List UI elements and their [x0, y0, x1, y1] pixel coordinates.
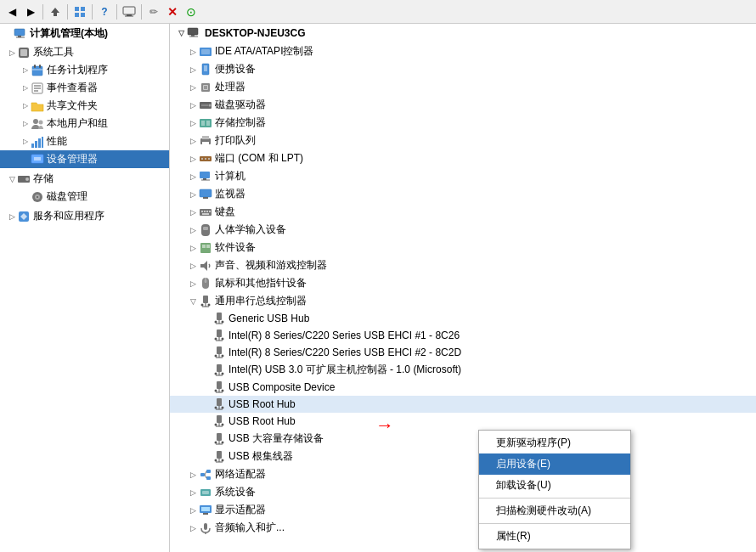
delete-button[interactable]: ✕ — [164, 3, 181, 20]
ide-arrow: ▷ — [187, 47, 199, 57]
net-arrow: ▷ — [187, 470, 199, 480]
right-print[interactable]: ▷ 打印队列 — [170, 132, 756, 149]
ghub-label: Generic USB Hub — [228, 313, 309, 324]
svg-line-130 — [205, 471, 206, 475]
back-button[interactable]: ◀ — [3, 3, 20, 20]
disp-label: 显示适配器 — [215, 503, 266, 517]
left-root-item[interactable]: 计算机管理(本地) — [0, 24, 169, 43]
perf-label: 性能 — [47, 134, 67, 149]
net-label: 网络适配器 — [215, 467, 266, 482]
svg-rect-61 — [203, 197, 208, 199]
help-button[interactable]: ? — [96, 3, 113, 20]
context-scan-hardware[interactable]: 扫描检测硬件改动(A) — [479, 500, 630, 521]
up-button[interactable] — [47, 3, 64, 20]
right-intel-ehci1[interactable]: Intel(R) 8 Series/C220 Series USB EHCI #… — [170, 327, 756, 344]
left-local-users[interactable]: ▷ 本地用户和组 — [0, 115, 169, 132]
svg-point-85 — [215, 321, 217, 324]
svg-point-111 — [222, 407, 224, 409]
svg-point-90 — [215, 338, 217, 341]
right-monitor[interactable]: ▷ 监视器 — [170, 185, 756, 203]
right-mouse[interactable]: ▷ 鼠标和其他指针设备 — [170, 274, 756, 292]
left-storage[interactable]: ▽ 存储 — [0, 170, 169, 188]
svg-rect-11 — [20, 49, 27, 56]
right-intel-ehci2[interactable]: Intel(R) 8 Series/C220 Series USB EHCI #… — [170, 344, 756, 361]
right-portable[interactable]: ▷ 便携设备 — [170, 60, 756, 78]
context-properties[interactable]: 属性(R) — [479, 526, 630, 547]
right-keyboard[interactable]: ▷ 键盘 — [170, 203, 756, 221]
svg-rect-92 — [217, 346, 222, 354]
composite-label: USB Composite Device — [228, 381, 335, 393]
right-audio[interactable]: ▷ 音频输入和扩... — [170, 519, 756, 537]
svg-rect-102 — [217, 381, 222, 389]
ghub-icon — [212, 312, 226, 325]
right-network[interactable]: ▷ 网络适配器 — [170, 465, 756, 483]
left-device-manager[interactable]: 设备管理器 — [0, 150, 169, 168]
system-tools-icon — [17, 46, 31, 59]
snd-icon — [199, 259, 212, 273]
mass-label: USB 大容量存储设备 — [228, 431, 324, 446]
storage-ctrl-arrow: ▷ — [187, 118, 199, 128]
right-usb-mass[interactable]: USB 大容量存储设备 — [170, 430, 756, 448]
hid-label: 人体学输入设备 — [215, 222, 286, 237]
right-computer[interactable]: ▷ 计算机 — [170, 167, 756, 185]
right-hid[interactable]: ▷ 人体学输入设备 — [170, 221, 756, 239]
sysdev-icon — [199, 486, 212, 499]
comp-icon — [199, 170, 212, 183]
devmgr-label: 设备管理器 — [47, 152, 98, 166]
print-arrow: ▷ — [187, 136, 199, 146]
right-root-item[interactable]: ▽ DESKTOP-NJEU3CG — [170, 24, 756, 42]
svg-rect-22 — [31, 144, 34, 148]
right-usb-root-hub2[interactable]: USB Root Hub — [170, 413, 756, 430]
context-enable-device[interactable]: 启用设备(E) → — [479, 453, 630, 475]
toolbar-sep-5 — [141, 4, 142, 20]
left-services[interactable]: ▷ 服务和应用程序 — [0, 207, 169, 225]
right-generic-hub[interactable]: Generic USB Hub — [170, 310, 756, 327]
rh1-icon — [212, 397, 226, 411]
view-button[interactable] — [71, 3, 88, 20]
context-sep-1 — [479, 498, 630, 498]
right-processor[interactable]: ▷ 处理器 — [170, 78, 756, 96]
svg-point-101 — [222, 372, 224, 375]
right-software[interactable]: ▷ 软件设备 — [170, 239, 756, 256]
storage-ctrl-icon — [199, 116, 212, 130]
ide-icon — [199, 45, 212, 59]
right-disk[interactable]: ▷ 磁盘驱动器 — [170, 96, 756, 114]
right-usb-root-hub3[interactable]: USB 根集线器 — [170, 448, 756, 465]
right-usb-root-hub1[interactable]: USB Root Hub — [170, 396, 756, 413]
left-shared-folders[interactable]: ▷ 共享文件夹 — [0, 97, 169, 115]
disk-arrow — [20, 192, 31, 202]
right-usb-root[interactable]: ▽ 通用串行总线控制器 — [170, 292, 756, 310]
toolbar: ◀ ▶ ? ✏ ✕ ⊙ — [0, 0, 756, 24]
forward-button[interactable]: ▶ — [22, 3, 39, 20]
event-arrow: ▷ — [20, 83, 31, 93]
right-intel-usb3[interactable]: Intel(R) USB 3.0 可扩展主机控制器 - 1.0 (Microso… — [170, 361, 756, 379]
usb-root-arrow: ▽ — [187, 296, 199, 307]
svg-rect-112 — [217, 415, 222, 423]
svg-rect-72 — [206, 245, 210, 248]
left-disk-mgmt[interactable]: 磁盘管理 — [0, 188, 169, 206]
right-system-dev[interactable]: ▷ 系统设备 — [170, 483, 756, 501]
left-performance[interactable]: ▷ 性能 — [0, 132, 169, 150]
left-task-scheduler[interactable]: ▷ 任务计划程序 — [0, 61, 169, 79]
right-sound[interactable]: ▷ 声音、视频和游戏控制器 — [170, 256, 756, 274]
right-usb-composite[interactable]: USB Composite Device — [170, 379, 756, 396]
right-storage-ctrl[interactable]: ▷ 存储控制器 — [170, 114, 756, 132]
storage-arrow: ▽ — [7, 174, 17, 184]
context-uninstall-device[interactable]: 卸载设备(U) — [479, 475, 630, 496]
svg-point-115 — [215, 424, 217, 426]
left-system-tools[interactable]: ▷ 系统工具 — [0, 43, 169, 61]
right-com[interactable]: ▷ 端口 (COM 和 LPT) — [170, 149, 756, 167]
composite-arrow — [200, 382, 212, 392]
ok-button[interactable]: ⊙ — [183, 3, 200, 20]
svg-rect-40 — [204, 65, 207, 71]
context-update-driver[interactable]: 更新驱动程序(P) — [479, 432, 630, 453]
right-ide[interactable]: ▷ IDE ATA/ATAPI控制器 — [170, 42, 756, 60]
portable-label: 便携设备 — [215, 62, 256, 76]
left-event-viewer[interactable]: ▷ 事件查看器 — [0, 79, 169, 97]
right-display[interactable]: ▷ 显示适配器 — [170, 501, 756, 519]
svg-rect-1 — [81, 7, 85, 11]
svg-rect-127 — [200, 473, 205, 476]
monitor-button[interactable] — [121, 3, 138, 20]
edit-button[interactable]: ✏ — [145, 3, 162, 20]
svg-rect-51 — [202, 136, 209, 139]
